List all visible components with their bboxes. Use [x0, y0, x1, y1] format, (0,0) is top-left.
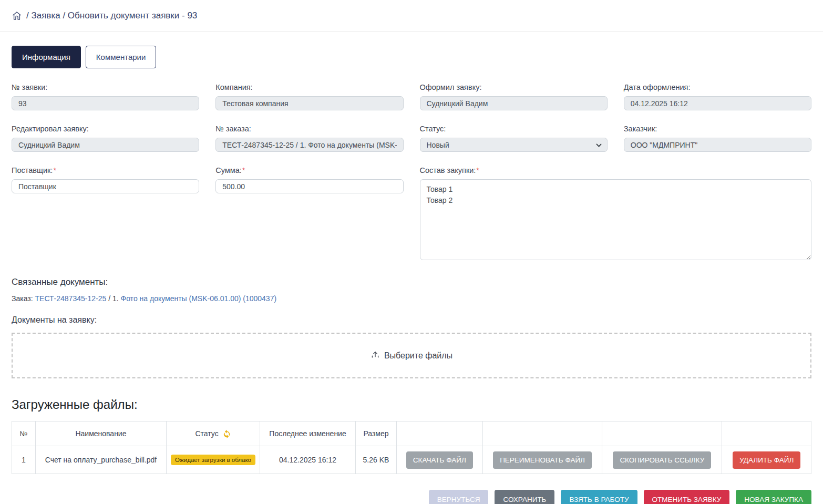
save-button[interactable]: СОХРАНИТЬ — [495, 490, 554, 504]
field-label: Оформил заявку: — [420, 83, 608, 91]
table-row: 1 Счет на оплату_purchase_bill.pdf Ожида… — [12, 446, 811, 474]
file-status-cell: Ожидает загрузки в облако — [167, 446, 260, 474]
file-dropzone[interactable]: Выберите файлы — [12, 333, 811, 378]
upload-icon — [371, 350, 380, 362]
delete-file-button[interactable]: УДАЛИТЬ ФАЙЛ — [733, 451, 800, 469]
footer-actions: ВЕРНУТЬСЯ СОХРАНИТЬ ВЗЯТЬ В РАБОТУ ОТМЕН… — [12, 490, 811, 504]
field-request-number: № заявки: — [12, 83, 199, 110]
field-label: Заказчик: — [624, 125, 811, 133]
supplier-input[interactable] — [12, 179, 199, 193]
rename-file-button[interactable]: ПЕРЕИМЕНОВАТЬ ФАЙЛ — [493, 451, 592, 469]
related-doc-separator: / 1. — [108, 294, 118, 303]
field-label: Поставщик:* — [12, 166, 199, 174]
field-amount: Сумма:* — [215, 166, 403, 193]
status-select[interactable]: Новый — [420, 138, 608, 152]
required-asterisk: * — [242, 166, 245, 174]
field-edited-by: Редактировал заявку: — [12, 125, 199, 152]
related-order-link[interactable]: ТЕСТ-2487345-12-25 — [35, 294, 107, 303]
field-customer: Заказчик: — [624, 125, 811, 152]
documents-label: Документы на заявку: — [12, 315, 811, 325]
related-item-link[interactable]: Фото на документы (MSK-06.01.00) (100043… — [121, 294, 277, 303]
field-company: Компания: — [215, 83, 403, 110]
col-header-action-2 — [482, 421, 602, 446]
table-header-row: № Наименование Статус Последнее изменени… — [12, 421, 811, 446]
amount-input[interactable] — [215, 179, 403, 193]
status-badge: Ожидает загрузки в облако — [171, 455, 255, 465]
col-header-action-4 — [722, 421, 811, 446]
return-button[interactable]: ВЕРНУТЬСЯ — [429, 490, 489, 504]
header-bar: / Заявка / Обновить документ заявки - 93 — [0, 0, 823, 32]
created-date-input — [624, 96, 811, 110]
main-content: Информация Комментарии № заявки: Компани… — [0, 46, 823, 504]
col-header-modified: Последнее изменение — [260, 421, 356, 446]
order-number-input — [215, 138, 403, 152]
col-header-num: № — [12, 421, 36, 446]
take-to-work-button[interactable]: ВЗЯТЬ В РАБОТУ — [561, 490, 637, 504]
tab-bar: Информация Комментарии — [12, 46, 811, 68]
download-file-button[interactable]: СКАЧАТЬ ФАЙЛ — [406, 451, 473, 469]
field-label: № заказа: — [215, 125, 403, 133]
field-label: Сумма:* — [215, 166, 403, 174]
col-header-name: Наименование — [35, 421, 166, 446]
field-label: Редактировал заявку: — [12, 125, 199, 133]
related-doc-prefix: Заказ: — [12, 294, 33, 303]
col-header-action-3 — [602, 421, 722, 446]
file-num: 1 — [12, 446, 36, 474]
dropzone-text: Выберите файлы — [384, 351, 452, 361]
field-label: № заявки: — [12, 83, 199, 91]
refresh-status-icon[interactable] — [222, 429, 231, 438]
created-by-input — [420, 96, 608, 110]
company-input — [215, 96, 403, 110]
col-header-status: Статус — [167, 421, 260, 446]
uploaded-files-table: № Наименование Статус Последнее изменени… — [12, 421, 811, 474]
required-asterisk: * — [53, 166, 56, 174]
related-documents-heading: Связанные документы: — [12, 277, 811, 287]
uploaded-files-heading: Загруженные файлы: — [12, 397, 811, 412]
tab-information[interactable]: Информация — [12, 46, 81, 68]
field-label: Статус: — [420, 125, 608, 133]
field-label: Состав закупки:* — [420, 166, 812, 174]
breadcrumb-path[interactable]: / Заявка / Обновить документ заявки - 93 — [26, 11, 197, 21]
cancel-request-button[interactable]: ОТМЕНИТЬ ЗАЯВКУ — [644, 490, 730, 504]
field-created-by: Оформил заявку: — [420, 83, 608, 110]
breadcrumb: / Заявка / Обновить документ заявки - 93 — [12, 11, 197, 21]
file-name: Счет на оплату_purchase_bill.pdf — [35, 446, 166, 474]
field-purchase-contents: Состав закупки:* Товар 1 Товар 2 — [420, 166, 812, 262]
field-supplier: Поставщик:* — [12, 166, 199, 193]
related-document-line: Заказ: ТЕСТ-2487345-12-25 / 1. Фото на д… — [12, 294, 811, 303]
file-size: 5.26 KB — [356, 446, 397, 474]
field-status: Статус: Новый — [420, 125, 608, 152]
new-purchase-button[interactable]: НОВАЯ ЗАКУПКА — [736, 490, 811, 504]
customer-input — [624, 138, 811, 152]
home-icon[interactable] — [12, 11, 22, 21]
copy-link-button[interactable]: СКОПИРОВАТЬ ССЫЛКУ — [613, 451, 711, 469]
file-modified: 04.12.2025 16:12 — [260, 446, 356, 474]
col-header-size: Размер — [356, 421, 397, 446]
col-header-action-1 — [396, 421, 482, 446]
field-label: Дата оформления: — [624, 83, 811, 91]
request-form: № заявки: Компания: Оформил заявку: Дата… — [12, 83, 811, 276]
field-created-date: Дата оформления: — [624, 83, 811, 110]
request-number-input — [12, 96, 199, 110]
required-asterisk: * — [476, 166, 479, 174]
purchase-contents-textarea[interactable]: Товар 1 Товар 2 — [420, 179, 812, 260]
tab-comments[interactable]: Комментарии — [86, 46, 156, 68]
field-label: Компания: — [215, 83, 403, 91]
field-order-number: № заказа: — [215, 125, 403, 152]
edited-by-input — [12, 138, 199, 152]
